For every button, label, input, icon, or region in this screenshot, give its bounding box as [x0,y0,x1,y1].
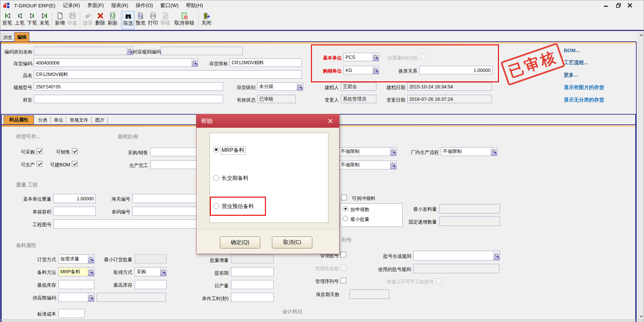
base-unit-field[interactable]: PCS [343,53,379,61]
menu-item-record[interactable]: 记录(R) [59,0,84,10]
link-process-flow[interactable]: 工艺流程... [564,59,588,66]
toolbar-close-form[interactable]: 关闭 [200,11,213,29]
help-dialog-titlebar[interactable]: 帮助 [196,114,339,128]
radio-mrp-prep[interactable] [213,147,219,153]
lookup-icon[interactable] [373,53,379,61]
vertical-scrollbar[interactable] [638,32,644,320]
material-field[interactable] [34,95,223,103]
tab-browse[interactable]: 浏览 [1,33,14,41]
factory-flow-field[interactable]: 不做限制 [441,147,497,156]
menu-item-window[interactable]: 窗口(W) [157,0,182,10]
item-code-field[interactable]: 400400008 [34,58,198,67]
link-bom[interactable]: BOM... [564,47,580,53]
order-method-field[interactable]: 按需求量 [58,254,94,264]
checkbox-backflush[interactable] [341,195,347,200]
lookup-icon[interactable] [491,148,497,156]
checkbox-producible[interactable] [37,161,42,167]
toolbar-previous-record[interactable]: 上笔 [13,11,26,29]
lookup-icon[interactable] [494,251,500,260]
toolbar-last-record[interactable]: 末笔 [38,11,51,29]
lookup-icon[interactable] [373,66,379,74]
toolbar-print[interactable]: 打印 [147,11,159,29]
base-weight-field[interactable]: 1.00000 [53,194,96,203]
tab-pictures[interactable]: 图片 [92,117,108,124]
option-long-leadtime-prep[interactable]: 长交期备料 [222,175,248,182]
tab-classification[interactable]: 分类 [35,117,51,124]
radio-long-leadtime-prep[interactable] [213,175,219,181]
tab-units[interactable]: 单位 [51,117,66,124]
option-sales-forecast-prep[interactable]: 营业预估备料 [222,203,254,210]
menu-item-help[interactable]: 帮助(H) [182,0,207,10]
checkbox-manage-serial[interactable] [340,278,346,283]
tab-item-attributes[interactable]: 料品属性 [4,115,34,125]
lookup-icon[interactable] [390,148,396,156]
lookup-icon[interactable] [390,161,396,169]
link-show-unclassified[interactable]: 显示无分类的存货 [564,97,604,103]
scroll-up-button[interactable] [638,32,644,38]
lookup-icon[interactable] [297,83,303,90]
menu-item-report[interactable]: 报表(R) [107,0,132,10]
min-stock-field[interactable] [58,280,94,289]
toolbar-new[interactable]: 新增 [54,11,66,29]
max-stock-field[interactable] [135,280,167,289]
audit-stamp: 已审核 [501,43,565,86]
radio-by-min-batch[interactable] [343,216,348,221]
tab-edit[interactable]: 编辑 [14,32,29,42]
supplier-code-field[interactable] [58,293,94,302]
item-abbr-field[interactable]: CR12MOV精料 [230,58,302,67]
item-name-field[interactable]: CR12MOV精料 [34,70,302,79]
daily-output-field[interactable] [231,280,274,289]
dialog-ok-button[interactable]: 确定(Q) [220,237,260,248]
conversion-field[interactable]: 1.00000 [419,66,493,74]
lookup-icon[interactable] [88,268,94,276]
toolbar-refresh[interactable]: 刷新 [106,11,119,29]
menu-item-operation[interactable]: 操作(O) [132,0,157,10]
restriction-field-2[interactable]: 不做限制 [339,161,397,169]
next-record-icon [28,11,37,20]
lead-time-field[interactable] [231,267,274,276]
checkbox-purchasable[interactable] [37,148,42,154]
option-mrp-prep[interactable]: MRP备料 [221,147,245,154]
menu-item-app[interactable]: T-GROUP ERP(E) [10,0,59,10]
dialog-cancel-button[interactable]: 取消(C) [272,237,312,248]
unit-hours-field[interactable] [231,293,274,302]
lookup-icon[interactable] [127,47,133,55]
checkbox-bom-allowed[interactable] [72,161,78,167]
tab-qualification-files[interactable]: 资格文件 [67,117,92,124]
lookup-icon[interactable] [160,268,166,276]
toolbar-preview[interactable]: 预览 [134,11,147,29]
label-by-min-batch[interactable]: 最小批量 [351,216,377,222]
label-by-apply-qty[interactable]: 按申领数 [351,206,377,212]
batch-gen-rule-field[interactable] [413,251,500,260]
toolbar-first-record[interactable]: 首笔 [1,11,13,29]
scroll-down-button[interactable] [638,314,644,320]
std-cost-field[interactable] [58,309,85,318]
toolbar-cancel-audit[interactable]: 取消审核 [172,11,197,29]
lookup-icon[interactable] [88,293,94,301]
close-button[interactable] [626,2,634,9]
level-field[interactable]: 未分级 [257,82,303,91]
acquire-method-field[interactable]: 采购 [135,267,167,276]
radio-sales-forecast-prep[interactable] [213,203,219,209]
spec-field[interactable]: 250*240*35 [34,82,223,91]
toolbar-delete[interactable]: 删除 [94,11,106,29]
minimize-button[interactable] [602,2,610,9]
box-volume-field[interactable] [53,207,96,216]
toolbar-filter[interactable]: 筛选 [122,11,134,29]
trade-unit-field[interactable]: KG [343,66,379,74]
menu-item-interface[interactable]: 界面(F) [84,0,107,10]
toolbar-next-record[interactable]: 下笔 [26,11,38,29]
radio-by-apply-qty[interactable] [343,206,348,211]
link-show-with-image[interactable]: 显示有图片的存货 [564,84,604,91]
checkbox-sellable[interactable] [72,148,78,154]
restriction-field-1[interactable]: 不做限制 [339,147,397,156]
checkbox-manage-batch[interactable] [340,252,346,257]
restore-button[interactable] [614,2,623,9]
drawing-no-field[interactable] [53,219,217,229]
dialog-close-button[interactable] [326,117,334,125]
lookup-icon[interactable] [192,59,198,67]
prep-method-field[interactable]: MRP备料 [58,267,94,276]
code-category-field[interactable] [34,47,133,55]
lookup-icon[interactable] [88,255,94,263]
link-more[interactable]: 更多... [564,72,578,78]
